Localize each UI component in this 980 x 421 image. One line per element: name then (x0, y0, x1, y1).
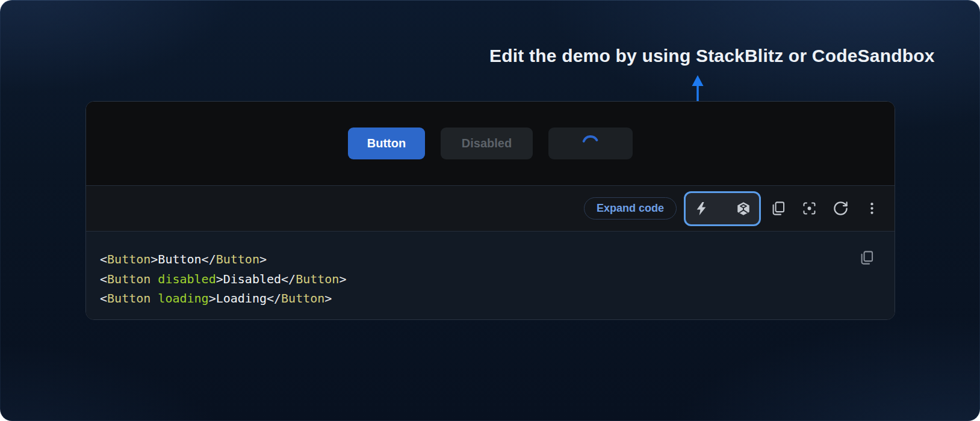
refresh-icon (833, 200, 849, 217)
demo-card: Button Disabled Expand code (85, 101, 895, 320)
demo-button-loading[interactable] (548, 128, 633, 159)
loading-spinner-icon (581, 135, 600, 153)
focus-demo-button[interactable] (798, 198, 820, 220)
copy-icon (770, 200, 786, 217)
copy-demo-button[interactable] (767, 198, 789, 220)
code-lines: <Button>Button</Button><Button disabled>… (100, 250, 852, 309)
demo-preview: Button Disabled (86, 102, 895, 185)
edit-online-group (684, 191, 761, 226)
refresh-demo-button[interactable] (830, 198, 851, 220)
stackblitz-icon (693, 201, 709, 217)
annotation-caption: Edit the demo by using StackBlitz or Cod… (489, 46, 935, 66)
docs-dark-panel: Edit the demo by using StackBlitz or Cod… (0, 0, 980, 421)
demo-toolbar: Expand code (86, 185, 895, 232)
code-block: <Button>Button</Button><Button disabled>… (86, 232, 895, 319)
demo-button-disabled[interactable]: Disabled (441, 128, 533, 159)
copy-code-button[interactable] (856, 247, 876, 268)
expand-code-button[interactable]: Expand code (584, 197, 677, 220)
code-line: <Button loading>Loading</Button> (100, 289, 852, 309)
demo-button-primary[interactable]: Button (348, 128, 425, 159)
codesandbox-button[interactable] (736, 201, 751, 217)
code-line: <Button>Button</Button> (100, 250, 852, 269)
arrow-head (692, 75, 704, 86)
copy-icon (858, 250, 875, 266)
more-vertical-icon (864, 200, 880, 217)
focus-icon (801, 200, 817, 217)
more-actions-button[interactable] (861, 198, 882, 220)
codesandbox-icon (736, 201, 751, 217)
stackblitz-button[interactable] (693, 201, 709, 217)
code-line: <Button disabled>Disabled</Button> (100, 269, 852, 289)
